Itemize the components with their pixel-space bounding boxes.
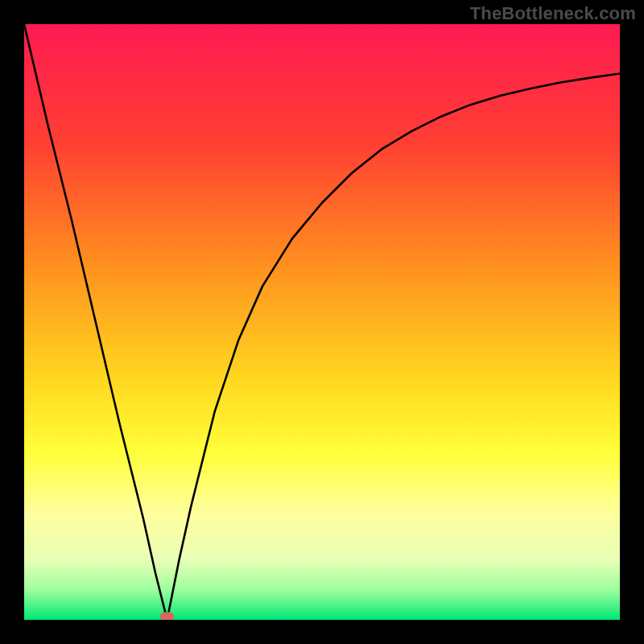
chart-svg (24, 24, 620, 620)
gradient-background (24, 24, 620, 620)
plot-container (24, 24, 620, 620)
chart-frame: TheBottleneck.com (0, 0, 644, 644)
watermark-text: TheBottleneck.com (470, 3, 636, 24)
